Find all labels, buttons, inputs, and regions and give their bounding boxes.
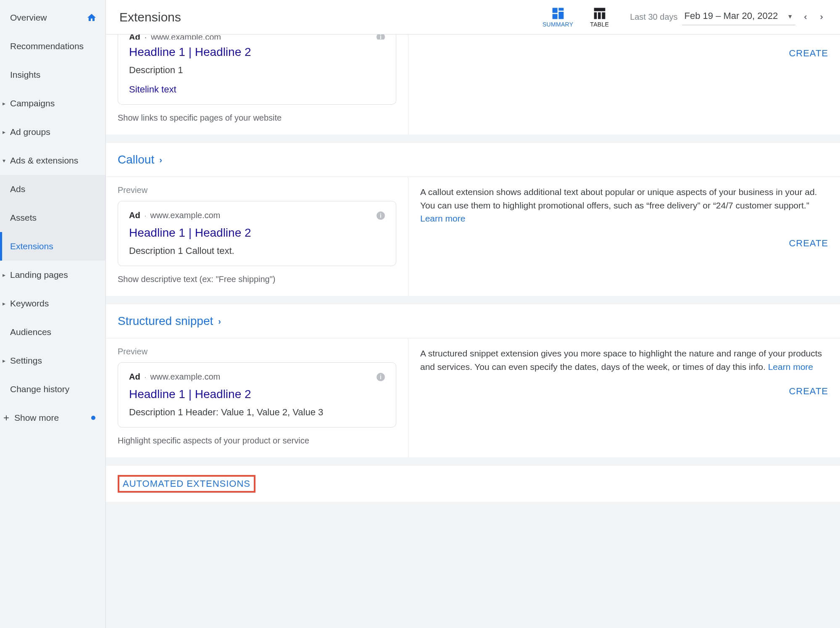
sidebar-item-adgroups[interactable]: Ad groups [0, 118, 105, 146]
sidebar-label: Keywords [10, 298, 97, 309]
ad-sitelink: Sitelink text [129, 84, 385, 95]
date-next-button[interactable] [816, 9, 827, 26]
ad-badge: Ad [129, 372, 140, 382]
ad-description: Description 1 [129, 65, 385, 76]
sidebar-item-assets[interactable]: Assets [0, 203, 105, 232]
chevron-right-icon: › [159, 155, 162, 165]
learn-more-link[interactable]: Learn more [768, 362, 813, 372]
desc-text: A structured snippet extension gives you… [420, 348, 822, 372]
section-title-text: Structured snippet [118, 314, 213, 328]
notification-dot-icon [91, 416, 95, 420]
card-info-col: CREATE [408, 34, 840, 135]
content-scroll[interactable]: Ad · www.example.com i Headline 1 | Head… [106, 34, 840, 628]
preview-caption: Highlight specific aspects of your produ… [118, 436, 396, 446]
dot-icon: · [145, 374, 146, 380]
svg-rect-2 [552, 14, 557, 19]
sidebar-label: Audiences [10, 327, 97, 337]
dot-icon: · [145, 34, 147, 40]
section-title-text: Callout [118, 153, 154, 166]
sidebar-item-settings[interactable]: Settings [0, 346, 105, 375]
date-range-text: Feb 19 – Mar 20, 2022 [685, 11, 778, 22]
ad-preview: Ad · www.example.com i Headline 1 | Head… [118, 34, 396, 105]
section-title-link[interactable]: Structured snippet › [118, 314, 828, 328]
ad-badge: Ad [129, 211, 140, 220]
svg-rect-5 [594, 12, 597, 19]
sidebar-label: Insights [10, 70, 97, 80]
preview-label: Preview [118, 185, 396, 195]
ad-url: www.example.com [150, 211, 221, 220]
info-icon[interactable]: i [377, 373, 385, 381]
home-icon [86, 13, 97, 23]
chevron-right-icon: › [218, 317, 221, 326]
toggle-label: TABLE [590, 21, 609, 28]
date-prev-button[interactable] [800, 9, 811, 26]
automated-extensions-link[interactable]: AUTOMATED EXTENSIONS [118, 475, 255, 493]
sidebar-label: Campaigns [10, 98, 97, 108]
extension-card-sitelink: Ad · www.example.com i Headline 1 | Head… [106, 34, 840, 135]
sidebar-label: Assets [10, 213, 97, 223]
ad-description: Description 1 Callout text. [129, 245, 385, 256]
caret-down-icon: ▼ [787, 13, 793, 20]
svg-rect-0 [552, 8, 557, 13]
summary-icon [551, 7, 565, 18]
sidebar-show-more[interactable]: + Show more [0, 404, 105, 432]
date-range-button[interactable]: Feb 19 – Mar 20, 2022 ▼ [682, 9, 795, 25]
card-info-col: A callout extension shows additional tex… [408, 177, 840, 296]
sidebar-item-overview[interactable]: Overview [0, 3, 105, 32]
sidebar-label: Ads [10, 184, 97, 194]
ad-headline: Headline 1 | Headline 2 [129, 45, 385, 59]
create-button[interactable]: CREATE [789, 386, 828, 397]
sidebar-label: Settings [10, 356, 97, 366]
ad-headline: Headline 1 | Headline 2 [129, 388, 385, 401]
sidebar-label: Ad groups [10, 127, 97, 137]
card-header: Callout › [106, 143, 840, 177]
preview-label: Preview [118, 347, 396, 356]
card-preview-col: Preview Ad · www.example.com i Headline … [106, 177, 408, 296]
dot-icon: · [145, 212, 146, 219]
create-button[interactable]: CREATE [789, 238, 828, 249]
ad-preview: Ad · www.example.com i Headline 1 | Head… [118, 362, 396, 427]
plus-icon: + [2, 412, 11, 424]
sidebar-item-extensions[interactable]: Extensions [0, 232, 105, 261]
view-summary-button[interactable]: SUMMARY [542, 7, 573, 28]
topbar: Extensions SUMMARY TABLE Last 30 days [106, 0, 840, 34]
view-toggle: SUMMARY TABLE [542, 7, 609, 28]
date-picker: Last 30 days Feb 19 – Mar 20, 2022 ▼ [630, 9, 827, 26]
sidebar-item-campaigns[interactable]: Campaigns [0, 89, 105, 118]
sidebar-label: Ads & extensions [10, 156, 97, 166]
svg-rect-3 [558, 12, 564, 19]
extension-description: A callout extension shows additional tex… [420, 185, 828, 225]
toggle-label: SUMMARY [542, 21, 573, 28]
chevron-left-icon [802, 14, 809, 21]
sidebar-item-ads-extensions[interactable]: Ads & extensions [0, 146, 105, 175]
create-button[interactable]: CREATE [789, 48, 828, 59]
preview-caption: Show links to specific pages of your web… [118, 113, 396, 123]
preview-caption: Show descriptive text (ex: "Free shippin… [118, 274, 396, 284]
svg-rect-7 [602, 12, 605, 19]
sidebar-item-ads[interactable]: Ads [0, 175, 105, 203]
table-icon [593, 7, 606, 18]
sidebar-item-keywords[interactable]: Keywords [0, 289, 105, 318]
info-icon[interactable]: i [377, 211, 385, 220]
desc-text: A callout extension shows additional tex… [420, 187, 817, 210]
extension-description: A structured snippet extension gives you… [420, 347, 828, 373]
sidebar-item-audiences[interactable]: Audiences [0, 318, 105, 346]
date-preset-label: Last 30 days [630, 12, 677, 22]
sidebar-item-recommendations[interactable]: Recommendations [0, 32, 105, 61]
sidebar-item-insights[interactable]: Insights [0, 61, 105, 89]
section-title-link[interactable]: Callout › [118, 153, 828, 166]
learn-more-link[interactable]: Learn more [420, 214, 465, 223]
info-icon[interactable]: i [377, 34, 385, 40]
page-title: Extensions [119, 10, 542, 24]
svg-rect-6 [598, 12, 601, 19]
chevron-right-icon [818, 14, 825, 21]
ad-url: www.example.com [150, 372, 221, 382]
ad-badge: Ad [129, 34, 140, 40]
svg-rect-4 [594, 8, 605, 11]
main: Extensions SUMMARY TABLE Last 30 days [106, 0, 840, 628]
sidebar-item-change-history[interactable]: Change history [0, 375, 105, 404]
view-table-button[interactable]: TABLE [590, 7, 609, 28]
card-preview-col: Ad · www.example.com i Headline 1 | Head… [106, 34, 408, 135]
sidebar-item-landing-pages[interactable]: Landing pages [0, 261, 105, 289]
ad-headline: Headline 1 | Headline 2 [129, 226, 385, 240]
